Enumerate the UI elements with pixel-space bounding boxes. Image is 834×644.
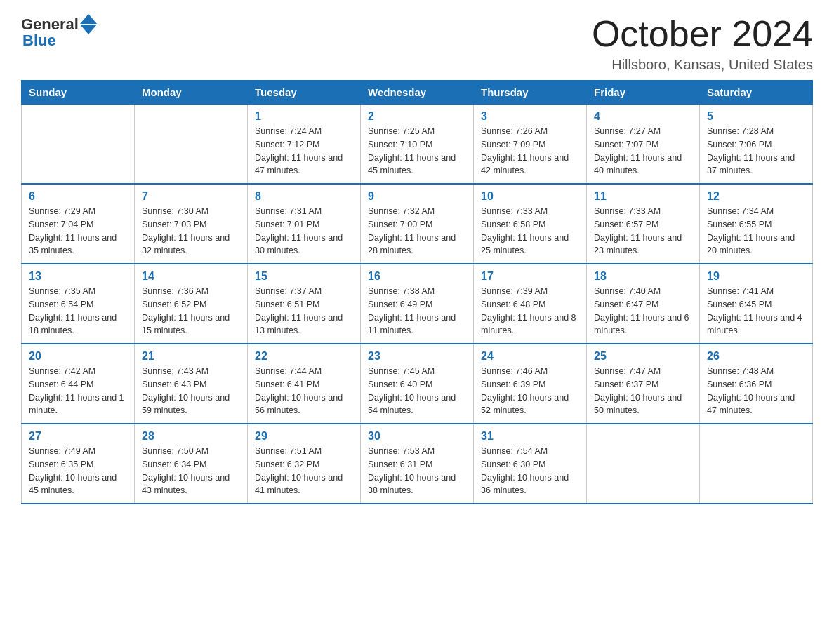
calendar-cell bbox=[700, 424, 813, 504]
day-number: 12 bbox=[707, 190, 805, 203]
sun-info: Sunrise: 7:33 AMSunset: 6:57 PMDaylight:… bbox=[594, 205, 692, 257]
calendar-cell: 2Sunrise: 7:25 AMSunset: 7:10 PMDaylight… bbox=[361, 105, 474, 185]
calendar-cell: 24Sunrise: 7:46 AMSunset: 6:39 PMDayligh… bbox=[474, 344, 587, 424]
sun-info: Sunrise: 7:31 AMSunset: 7:01 PMDaylight:… bbox=[255, 205, 353, 257]
weekday-header-sunday: Sunday bbox=[22, 81, 135, 105]
day-number: 1 bbox=[255, 110, 353, 123]
page-header: General Blue October 2024 Hillsboro, Kan… bbox=[21, 14, 813, 73]
calendar-cell: 15Sunrise: 7:37 AMSunset: 6:51 PMDayligh… bbox=[248, 264, 361, 344]
day-number: 10 bbox=[481, 190, 579, 203]
sun-info: Sunrise: 7:50 AMSunset: 6:34 PMDaylight:… bbox=[142, 445, 240, 497]
calendar-cell: 17Sunrise: 7:39 AMSunset: 6:48 PMDayligh… bbox=[474, 264, 587, 344]
day-number: 28 bbox=[142, 430, 240, 443]
day-number: 14 bbox=[142, 270, 240, 283]
day-number: 20 bbox=[29, 350, 127, 363]
calendar-cell: 9Sunrise: 7:32 AMSunset: 7:00 PMDaylight… bbox=[361, 184, 474, 264]
calendar-cell: 14Sunrise: 7:36 AMSunset: 6:52 PMDayligh… bbox=[135, 264, 248, 344]
day-number: 25 bbox=[594, 350, 692, 363]
sun-info: Sunrise: 7:34 AMSunset: 6:55 PMDaylight:… bbox=[707, 205, 805, 257]
day-number: 2 bbox=[368, 110, 466, 123]
day-number: 8 bbox=[255, 190, 353, 203]
calendar-cell bbox=[22, 105, 135, 185]
sun-info: Sunrise: 7:38 AMSunset: 6:49 PMDaylight:… bbox=[368, 285, 466, 337]
day-number: 5 bbox=[707, 110, 805, 123]
day-number: 31 bbox=[481, 430, 579, 443]
sun-info: Sunrise: 7:33 AMSunset: 6:58 PMDaylight:… bbox=[481, 205, 579, 257]
calendar-cell: 16Sunrise: 7:38 AMSunset: 6:49 PMDayligh… bbox=[361, 264, 474, 344]
sun-info: Sunrise: 7:49 AMSunset: 6:35 PMDaylight:… bbox=[29, 445, 127, 497]
sun-info: Sunrise: 7:25 AMSunset: 7:10 PMDaylight:… bbox=[368, 125, 466, 177]
weekday-header-wednesday: Wednesday bbox=[361, 81, 474, 105]
calendar-cell: 30Sunrise: 7:53 AMSunset: 6:31 PMDayligh… bbox=[361, 424, 474, 504]
day-number: 16 bbox=[368, 270, 466, 283]
day-number: 23 bbox=[368, 350, 466, 363]
sun-info: Sunrise: 7:42 AMSunset: 6:44 PMDaylight:… bbox=[29, 365, 127, 417]
sun-info: Sunrise: 7:29 AMSunset: 7:04 PMDaylight:… bbox=[29, 205, 127, 257]
sun-info: Sunrise: 7:51 AMSunset: 6:32 PMDaylight:… bbox=[255, 445, 353, 497]
day-number: 9 bbox=[368, 190, 466, 203]
calendar-cell: 23Sunrise: 7:45 AMSunset: 6:40 PMDayligh… bbox=[361, 344, 474, 424]
sun-info: Sunrise: 7:47 AMSunset: 6:37 PMDaylight:… bbox=[594, 365, 692, 417]
calendar-cell: 12Sunrise: 7:34 AMSunset: 6:55 PMDayligh… bbox=[700, 184, 813, 264]
calendar-cell: 11Sunrise: 7:33 AMSunset: 6:57 PMDayligh… bbox=[587, 184, 700, 264]
sun-info: Sunrise: 7:28 AMSunset: 7:06 PMDaylight:… bbox=[707, 125, 805, 177]
sun-info: Sunrise: 7:30 AMSunset: 7:03 PMDaylight:… bbox=[142, 205, 240, 257]
sun-info: Sunrise: 7:35 AMSunset: 6:54 PMDaylight:… bbox=[29, 285, 127, 337]
location-title: Hillsboro, Kansas, United States bbox=[592, 57, 813, 73]
day-number: 24 bbox=[481, 350, 579, 363]
weekday-header-thursday: Thursday bbox=[474, 81, 587, 105]
sun-info: Sunrise: 7:45 AMSunset: 6:40 PMDaylight:… bbox=[368, 365, 466, 417]
day-number: 19 bbox=[707, 270, 805, 283]
sun-info: Sunrise: 7:27 AMSunset: 7:07 PMDaylight:… bbox=[594, 125, 692, 177]
calendar-cell: 29Sunrise: 7:51 AMSunset: 6:32 PMDayligh… bbox=[248, 424, 361, 504]
sun-info: Sunrise: 7:44 AMSunset: 6:41 PMDaylight:… bbox=[255, 365, 353, 417]
sun-info: Sunrise: 7:26 AMSunset: 7:09 PMDaylight:… bbox=[481, 125, 579, 177]
calendar-cell: 21Sunrise: 7:43 AMSunset: 6:43 PMDayligh… bbox=[135, 344, 248, 424]
day-number: 13 bbox=[29, 270, 127, 283]
weekday-header-saturday: Saturday bbox=[700, 81, 813, 105]
day-number: 26 bbox=[707, 350, 805, 363]
calendar-cell: 18Sunrise: 7:40 AMSunset: 6:47 PMDayligh… bbox=[587, 264, 700, 344]
calendar-cell: 4Sunrise: 7:27 AMSunset: 7:07 PMDaylight… bbox=[587, 105, 700, 185]
calendar-cell: 19Sunrise: 7:41 AMSunset: 6:45 PMDayligh… bbox=[700, 264, 813, 344]
day-number: 6 bbox=[29, 190, 127, 203]
day-number: 4 bbox=[594, 110, 692, 123]
sun-info: Sunrise: 7:24 AMSunset: 7:12 PMDaylight:… bbox=[255, 125, 353, 177]
day-number: 11 bbox=[594, 190, 692, 203]
day-number: 7 bbox=[142, 190, 240, 203]
sun-info: Sunrise: 7:48 AMSunset: 6:36 PMDaylight:… bbox=[707, 365, 805, 417]
calendar-cell: 8Sunrise: 7:31 AMSunset: 7:01 PMDaylight… bbox=[248, 184, 361, 264]
day-number: 17 bbox=[481, 270, 579, 283]
calendar-cell: 6Sunrise: 7:29 AMSunset: 7:04 PMDaylight… bbox=[22, 184, 135, 264]
calendar-cell: 10Sunrise: 7:33 AMSunset: 6:58 PMDayligh… bbox=[474, 184, 587, 264]
day-number: 30 bbox=[368, 430, 466, 443]
calendar-cell bbox=[587, 424, 700, 504]
sun-info: Sunrise: 7:43 AMSunset: 6:43 PMDaylight:… bbox=[142, 365, 240, 417]
calendar-cell bbox=[135, 105, 248, 185]
sun-info: Sunrise: 7:32 AMSunset: 7:00 PMDaylight:… bbox=[368, 205, 466, 257]
calendar-cell: 7Sunrise: 7:30 AMSunset: 7:03 PMDaylight… bbox=[135, 184, 248, 264]
day-number: 3 bbox=[481, 110, 579, 123]
calendar-cell: 31Sunrise: 7:54 AMSunset: 6:30 PMDayligh… bbox=[474, 424, 587, 504]
sun-info: Sunrise: 7:53 AMSunset: 6:31 PMDaylight:… bbox=[368, 445, 466, 497]
calendar-cell: 25Sunrise: 7:47 AMSunset: 6:37 PMDayligh… bbox=[587, 344, 700, 424]
calendar-cell: 20Sunrise: 7:42 AMSunset: 6:44 PMDayligh… bbox=[22, 344, 135, 424]
calendar-cell: 26Sunrise: 7:48 AMSunset: 6:36 PMDayligh… bbox=[700, 344, 813, 424]
logo: General Blue bbox=[21, 14, 97, 50]
logo-text-general: General bbox=[21, 15, 79, 34]
sun-info: Sunrise: 7:40 AMSunset: 6:47 PMDaylight:… bbox=[594, 285, 692, 337]
calendar-cell: 1Sunrise: 7:24 AMSunset: 7:12 PMDaylight… bbox=[248, 105, 361, 185]
sun-info: Sunrise: 7:46 AMSunset: 6:39 PMDaylight:… bbox=[481, 365, 579, 417]
logo-text-blue: Blue bbox=[21, 32, 56, 50]
calendar-cell: 13Sunrise: 7:35 AMSunset: 6:54 PMDayligh… bbox=[22, 264, 135, 344]
day-number: 22 bbox=[255, 350, 353, 363]
day-number: 27 bbox=[29, 430, 127, 443]
calendar-cell: 27Sunrise: 7:49 AMSunset: 6:35 PMDayligh… bbox=[22, 424, 135, 504]
title-area: October 2024 Hillsboro, Kansas, United S… bbox=[592, 14, 813, 73]
calendar-table: SundayMondayTuesdayWednesdayThursdayFrid… bbox=[21, 80, 813, 504]
month-title: October 2024 bbox=[592, 14, 813, 54]
sun-info: Sunrise: 7:41 AMSunset: 6:45 PMDaylight:… bbox=[707, 285, 805, 337]
day-number: 18 bbox=[594, 270, 692, 283]
calendar-cell: 3Sunrise: 7:26 AMSunset: 7:09 PMDaylight… bbox=[474, 105, 587, 185]
weekday-header-friday: Friday bbox=[587, 81, 700, 105]
